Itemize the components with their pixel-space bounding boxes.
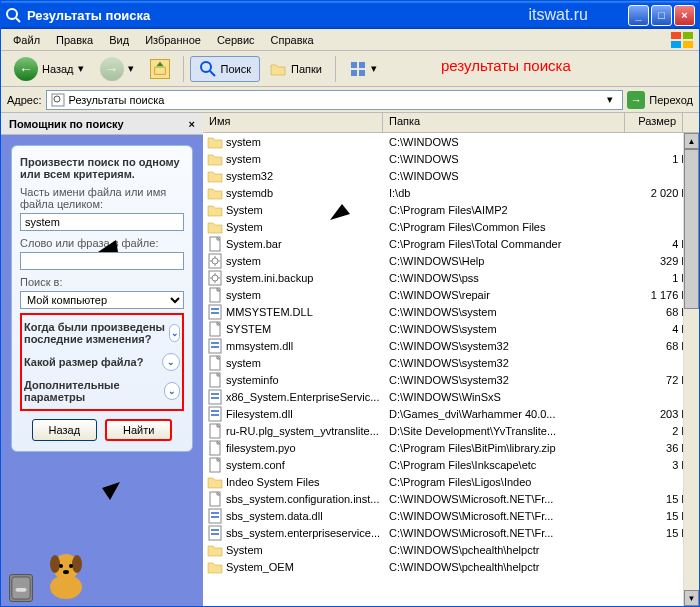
scroll-up-icon[interactable]: ▲ bbox=[684, 133, 699, 149]
vertical-scrollbar[interactable]: ▲ ▼ bbox=[683, 133, 699, 606]
result-row[interactable]: system.confC:\Program Files\Inkscape\etc… bbox=[203, 456, 699, 473]
svg-rect-42 bbox=[211, 410, 219, 412]
filename-label: Часть имени файла или имя файла целиком: bbox=[20, 186, 184, 210]
address-input[interactable]: Результаты поиска ▾ bbox=[46, 90, 624, 110]
result-row[interactable]: SystemC:\Program Files\Common Files bbox=[203, 218, 699, 235]
chevron-down-icon: ▾ bbox=[128, 62, 134, 75]
result-name: system bbox=[226, 255, 389, 267]
result-row[interactable]: ru-RU.plg_system_yvtranslite...D:\Site D… bbox=[203, 422, 699, 439]
titlebar[interactable]: Результаты поиска itswat.ru _ □ × bbox=[1, 1, 699, 29]
up-button[interactable] bbox=[143, 55, 177, 83]
back-button[interactable]: ← Назад ▾ bbox=[7, 53, 91, 85]
menu-tools[interactable]: Сервис bbox=[209, 32, 263, 48]
address-dropdown-icon[interactable]: ▾ bbox=[602, 93, 618, 106]
forward-icon: → bbox=[100, 57, 124, 81]
result-row[interactable]: systeminfoC:\WINDOWS\system3272 КБ bbox=[203, 371, 699, 388]
result-row[interactable]: systemC:\WINDOWS\Help329 КБ bbox=[203, 252, 699, 269]
result-name: sbs_system.data.dll bbox=[226, 510, 389, 522]
separator bbox=[183, 56, 184, 82]
menu-edit[interactable]: Правка bbox=[48, 32, 101, 48]
list-body[interactable]: systemC:\WINDOWSsystemC:\WINDOWS1 КБsyst… bbox=[203, 133, 699, 606]
result-row[interactable]: x86_System.EnterpriseServic...C:\WINDOWS… bbox=[203, 388, 699, 405]
result-row[interactable]: systemC:\WINDOWS\repair1 176 КБ bbox=[203, 286, 699, 303]
result-path: I:\db bbox=[389, 187, 643, 199]
close-button[interactable]: × bbox=[674, 5, 695, 26]
filename-input[interactable] bbox=[20, 213, 184, 231]
back-button[interactable]: Назад bbox=[32, 419, 98, 441]
result-row[interactable]: SystemC:\Program Files\AIMP2 bbox=[203, 201, 699, 218]
result-row[interactable]: sbs_system.data.dllC:\WINDOWS\Microsoft.… bbox=[203, 507, 699, 524]
result-name: ru-RU.plg_system_yvtranslite... bbox=[226, 425, 389, 437]
views-button[interactable]: ▾ bbox=[342, 56, 384, 82]
back-label: Назад bbox=[42, 63, 74, 75]
expand-modified[interactable]: Когда были произведены последние изменен… bbox=[24, 317, 180, 349]
scroll-thumb[interactable] bbox=[684, 149, 699, 309]
svg-rect-43 bbox=[211, 414, 219, 416]
result-row[interactable]: SYSTEMC:\WINDOWS\system4 КБ bbox=[203, 320, 699, 337]
menu-file[interactable]: Файл bbox=[5, 32, 48, 48]
result-name: System.bar bbox=[226, 238, 389, 250]
result-row[interactable]: Indeo System FilesC:\Program Files\Ligos… bbox=[203, 473, 699, 490]
sidebar-title: Помощник по поиску bbox=[9, 118, 124, 130]
result-path: C:\WINDOWS\system32 bbox=[389, 340, 643, 352]
svg-point-21 bbox=[69, 564, 73, 568]
maximize-button[interactable]: □ bbox=[651, 5, 672, 26]
back-icon: ← bbox=[14, 57, 38, 81]
sidebar-close-icon[interactable]: × bbox=[189, 118, 195, 130]
result-row[interactable]: System_OEMC:\WINDOWS\pchealth\helpctr bbox=[203, 558, 699, 575]
annotation-results-label: результаты поиска bbox=[441, 57, 571, 74]
result-row[interactable]: System.barC:\Program Files\Total Command… bbox=[203, 235, 699, 252]
column-size[interactable]: Размер bbox=[625, 113, 683, 132]
menu-favorites[interactable]: Избранное bbox=[137, 32, 209, 48]
minimize-button[interactable]: _ bbox=[628, 5, 649, 26]
find-button[interactable]: Найти bbox=[105, 419, 172, 441]
result-row[interactable]: MMSYSTEM.DLLC:\WINDOWS\system68 КБ bbox=[203, 303, 699, 320]
result-row[interactable]: SystemC:\WINDOWS\pchealth\helpctr bbox=[203, 541, 699, 558]
svg-point-0 bbox=[7, 9, 17, 19]
expand-size[interactable]: Какой размер файла? ⌄ bbox=[24, 349, 180, 375]
search-icon bbox=[199, 60, 217, 78]
views-icon bbox=[349, 60, 367, 78]
result-row[interactable]: systemdbI:\db2 020 КБ bbox=[203, 184, 699, 201]
result-row[interactable]: system32C:\WINDOWS bbox=[203, 167, 699, 184]
search-dog-icon[interactable] bbox=[41, 542, 91, 602]
address-bar: Адрес: Результаты поиска ▾ → Переход bbox=[1, 87, 699, 113]
result-name: System_OEM bbox=[226, 561, 389, 573]
scroll-down-icon[interactable]: ▼ bbox=[684, 590, 699, 606]
folders-icon bbox=[269, 60, 287, 78]
expand-more[interactable]: Дополнительные параметры ⌄ bbox=[24, 375, 180, 407]
result-name: filesystem.pyo bbox=[226, 442, 389, 454]
search-toolbar-button[interactable]: Поиск bbox=[190, 56, 260, 82]
criteria-label: Произвести поиск по одному или всем крит… bbox=[20, 156, 184, 180]
result-row[interactable]: systemC:\WINDOWS\system32 bbox=[203, 354, 699, 371]
menu-view[interactable]: Вид bbox=[101, 32, 137, 48]
forward-button[interactable]: → ▾ bbox=[93, 53, 141, 85]
result-row[interactable]: sbs_system.enterpriseservice...C:\WINDOW… bbox=[203, 524, 699, 541]
result-name: system bbox=[226, 153, 389, 165]
column-name[interactable]: Имя bbox=[203, 113, 383, 132]
result-name: system.conf bbox=[226, 459, 389, 471]
phrase-input[interactable] bbox=[20, 252, 184, 270]
go-button[interactable]: → Переход bbox=[627, 91, 693, 109]
address-label: Адрес: bbox=[7, 94, 42, 106]
lookin-select[interactable]: Мой компьютер bbox=[20, 291, 184, 309]
result-row[interactable]: filesystem.pyoC:\Program Files\BitPim\li… bbox=[203, 439, 699, 456]
notebook-icon[interactable] bbox=[9, 574, 33, 602]
result-row[interactable]: Filesystem.dllD:\Games_dvi\Warhammer 40.… bbox=[203, 405, 699, 422]
folders-button[interactable]: Папки bbox=[262, 56, 329, 82]
result-name: Filesystem.dll bbox=[226, 408, 389, 420]
result-row[interactable]: sbs_system.configuration.inst...C:\WINDO… bbox=[203, 490, 699, 507]
result-row[interactable]: mmsystem.dllC:\WINDOWS\system3268 КБ bbox=[203, 337, 699, 354]
column-path[interactable]: Папка bbox=[383, 113, 625, 132]
result-row[interactable]: systemC:\WINDOWS1 КБ bbox=[203, 150, 699, 167]
menu-help[interactable]: Справка bbox=[263, 32, 322, 48]
address-value: Результаты поиска bbox=[69, 94, 165, 106]
svg-rect-53 bbox=[211, 533, 219, 535]
result-row[interactable]: systemC:\WINDOWS bbox=[203, 133, 699, 150]
svg-rect-39 bbox=[211, 393, 219, 395]
result-row[interactable]: system.ini.backupC:\WINDOWS\pss1 КБ bbox=[203, 269, 699, 286]
svg-rect-11 bbox=[359, 70, 365, 76]
svg-rect-49 bbox=[211, 512, 219, 514]
go-icon: → bbox=[627, 91, 645, 109]
result-path: D:\Site Development\YvTranslite... bbox=[389, 425, 643, 437]
